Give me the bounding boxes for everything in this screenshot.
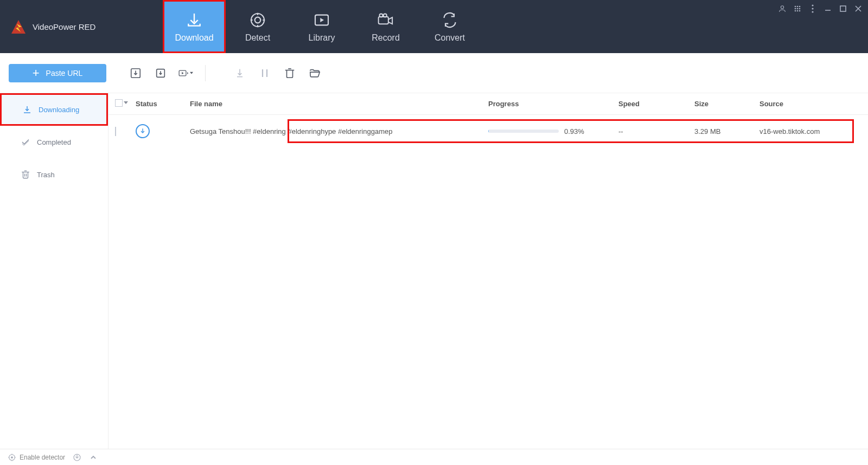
svg-point-16: [812, 4, 813, 6]
expand-button[interactable]: [89, 453, 98, 462]
cell-speed: --: [618, 127, 694, 135]
pause-icon[interactable]: [257, 66, 272, 81]
sidebar-item-downloading[interactable]: Downloading: [0, 93, 108, 126]
col-status[interactable]: Status: [136, 100, 190, 108]
svg-point-14: [797, 10, 799, 12]
select-all-checkbox[interactable]: [115, 99, 128, 107]
top-bar: VideoPower RED Download Detect Library R…: [0, 0, 868, 53]
progress-text: 0.93%: [564, 127, 584, 135]
minimize-button[interactable]: [824, 4, 832, 13]
status-downloading-icon: [136, 124, 150, 138]
sidebar-item-label: Completed: [37, 138, 71, 146]
speed-limit-button[interactable]: [73, 453, 81, 462]
table-row-wrap: Getsuga Tenshou!!! #eldenring #eldenring…: [108, 115, 868, 147]
tab-record[interactable]: Record: [354, 0, 418, 53]
detector-target-icon: [8, 453, 16, 462]
plus-icon: +: [33, 67, 40, 79]
separator: [205, 65, 220, 81]
download-icon: [184, 10, 204, 30]
row-checkbox[interactable]: [115, 127, 116, 136]
tab-library[interactable]: Library: [290, 0, 354, 53]
toolbar: + Paste URL: [0, 53, 868, 93]
tab-convert[interactable]: Convert: [418, 0, 482, 53]
progress-bar: [488, 130, 559, 133]
cell-size: 3.29 MB: [694, 127, 760, 135]
tab-label: Detect: [245, 33, 270, 43]
user-icon[interactable]: [778, 4, 787, 13]
close-button[interactable]: [854, 4, 863, 13]
record-icon: [376, 10, 395, 30]
tab-label: Record: [372, 33, 400, 43]
sidebar: Downloading Completed Trash: [0, 93, 108, 449]
delete-icon[interactable]: [282, 66, 297, 81]
svg-point-17: [812, 8, 813, 9]
body: Downloading Completed Trash Status F: [0, 93, 868, 449]
window-controls: [778, 4, 863, 13]
col-source[interactable]: Source: [760, 100, 868, 108]
main-tabs: Download Detect Library Record Convert: [163, 0, 482, 53]
tab-label: Convert: [435, 33, 465, 43]
detect-icon: [248, 10, 267, 30]
sidebar-item-label: Trash: [37, 171, 55, 179]
tab-download[interactable]: Download: [163, 0, 226, 53]
svg-point-4: [379, 14, 382, 17]
speed-limit-icon: [73, 453, 81, 462]
svg-point-12: [799, 8, 801, 10]
tab-label: Download: [175, 33, 213, 43]
svg-point-0: [251, 14, 264, 27]
maximize-button[interactable]: [839, 4, 847, 13]
open-folder-icon[interactable]: [307, 66, 322, 81]
downloading-icon: [22, 105, 32, 114]
paste-url-label: Paste URL: [46, 69, 83, 78]
svg-point-10: [795, 8, 796, 10]
svg-point-13: [795, 10, 796, 12]
toolbar-icons: [128, 65, 322, 81]
chevron-up-icon: [89, 453, 98, 462]
table-header: Status File name Progress Speed Size Sou…: [108, 93, 868, 115]
cell-filename: Getsuga Tenshou!!! #eldenring #eldenring…: [190, 127, 488, 135]
resume-icon[interactable]: [232, 66, 247, 81]
cell-source: v16-web.tiktok.com: [760, 127, 868, 135]
tab-detect[interactable]: Detect: [226, 0, 290, 53]
video-settings-icon[interactable]: [178, 66, 193, 81]
paste-url-button[interactable]: + Paste URL: [9, 64, 106, 82]
main: Status File name Progress Speed Size Sou…: [108, 93, 868, 449]
app-title: VideoPower RED: [33, 22, 95, 31]
col-size[interactable]: Size: [694, 100, 760, 108]
app-logo-icon: [10, 18, 27, 35]
svg-point-11: [797, 8, 799, 10]
enable-detector-label: Enable detector: [20, 454, 65, 461]
svg-rect-3: [379, 17, 388, 24]
batch-download-icon[interactable]: [128, 66, 143, 81]
library-icon: [312, 10, 331, 30]
svg-point-9: [799, 6, 801, 8]
brand: VideoPower RED: [0, 0, 163, 53]
svg-point-18: [812, 11, 813, 12]
convert-icon: [440, 10, 459, 30]
col-progress[interactable]: Progress: [488, 100, 618, 108]
col-filename[interactable]: File name: [190, 100, 488, 108]
tab-label: Library: [309, 33, 335, 43]
footer: Enable detector: [0, 449, 868, 465]
sidebar-item-trash[interactable]: Trash: [0, 158, 108, 191]
table-row[interactable]: Getsuga Tenshou!!! #eldenring #eldenring…: [108, 115, 868, 147]
more-icon[interactable]: [808, 4, 817, 13]
svg-point-6: [781, 6, 783, 9]
single-download-icon[interactable]: [153, 66, 168, 81]
sidebar-item-label: Downloading: [39, 106, 79, 114]
svg-rect-19: [840, 6, 846, 11]
completed-icon: [21, 137, 30, 147]
svg-point-24: [11, 456, 13, 458]
enable-detector-button[interactable]: Enable detector: [8, 453, 65, 462]
cell-progress: 0.93%: [488, 127, 618, 135]
svg-point-8: [797, 6, 799, 8]
svg-point-1: [255, 17, 261, 23]
svg-point-5: [384, 14, 387, 17]
svg-point-15: [799, 10, 801, 12]
grid-icon[interactable]: [793, 4, 802, 13]
col-speed[interactable]: Speed: [618, 100, 694, 108]
svg-point-7: [795, 6, 796, 8]
trash-icon: [21, 170, 30, 179]
sidebar-item-completed[interactable]: Completed: [0, 126, 108, 158]
